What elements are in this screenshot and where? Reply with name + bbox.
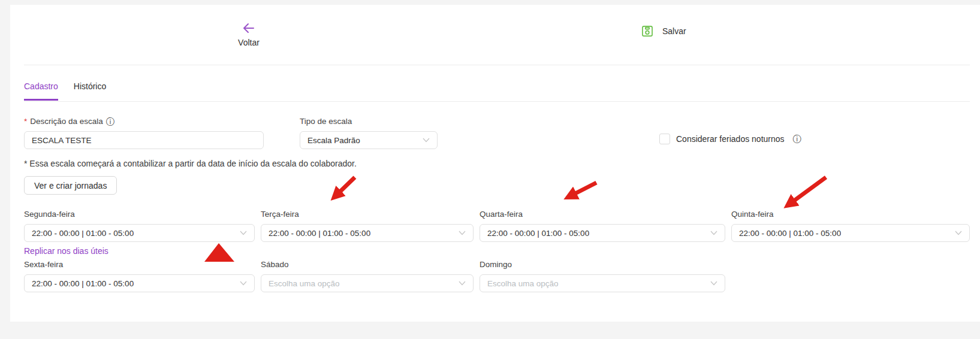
day-select-quarta[interactable]: 22:00 - 00:00 | 01:00 - 05:00 [480,224,725,242]
day-field-domingo: Domingo Escolha uma opção [480,259,725,292]
chevron-down-icon [240,231,247,235]
day-label: Terça-feira [261,209,474,219]
day-label: Domingo [480,259,725,270]
day-label: Quinta-feira [731,209,970,219]
chevron-down-icon [423,138,430,143]
type-label: Tipo de escala [300,116,438,126]
info-icon[interactable]: ⓘ [106,117,114,126]
tab-cadastro[interactable]: Cadastro [24,81,58,101]
header-divider [24,65,970,65]
day-label: Segunda-feira [24,209,255,219]
chevron-down-icon [459,231,466,235]
back-button-label: Voltar [238,38,260,47]
chevron-down-icon [710,231,717,235]
tab-historico[interactable]: Histórico [74,81,106,101]
type-select[interactable]: Escala Padrão [300,131,438,149]
day-select-quinta[interactable]: 22:00 - 00:00 | 01:00 - 05:00 [731,224,970,242]
description-input[interactable]: ESCALA TESTE [24,131,264,149]
description-label: * Descrição da escala ⓘ [24,116,264,126]
night-holidays-label: Considerar feriados noturnos [676,134,785,144]
day-field-terca: Terça-feira 22:00 - 00:00 | 01:00 - 05:0… [261,209,474,242]
chevron-down-icon [955,231,962,235]
day-label: Sábado [261,259,474,270]
day-select-sabado[interactable]: Escolha uma opção [261,274,474,292]
type-select-value: Escala Padrão [307,136,360,145]
back-button[interactable]: Voltar [225,21,273,48]
day-field-sexta: Sexta-feira 22:00 - 00:00 | 01:00 - 05:0… [24,259,255,292]
night-holidays-checkbox[interactable] [659,134,670,144]
day-field-segunda: Segunda-feira 22:00 - 00:00 | 01:00 - 05… [24,209,255,242]
required-asterisk: * [24,116,27,126]
info-icon[interactable]: ⓘ [793,135,801,143]
day-select-terca[interactable]: 22:00 - 00:00 | 01:00 - 05:00 [261,224,474,242]
weekday-selects-grid: Segunda-feira 22:00 - 00:00 | 01:00 - 05… [24,209,970,292]
day-label: Sexta-feira [24,259,255,270]
day-select-sexta[interactable]: 22:00 - 00:00 | 01:00 - 05:00 [24,274,255,292]
replicate-weekdays-link-row: Replicar nos dias úteis [24,246,970,256]
day-field-quinta: Quinta-feira 22:00 - 00:00 | 01:00 - 05:… [731,209,970,242]
day-select-segunda[interactable]: 22:00 - 00:00 | 01:00 - 05:00 [24,224,255,242]
schedule-start-note: * Essa escala começará a contabilizar a … [24,159,970,169]
save-floppy-icon [641,25,654,38]
save-button[interactable]: Salvar [641,25,686,38]
night-holidays-checkbox-group: Considerar feriados noturnos ⓘ [659,134,801,144]
tab-bar: Cadastro Histórico [24,81,106,101]
day-label: Quarta-feira [480,209,725,219]
chevron-down-icon [710,281,717,286]
arrow-left-icon [242,21,256,35]
save-button-label: Salvar [662,26,686,36]
day-field-quarta: Quarta-feira 22:00 - 00:00 | 01:00 - 05:… [480,209,725,242]
view-create-journeys-button[interactable]: Ver e criar jornadas [24,176,117,195]
cadastro-form: * Descrição da escala ⓘ ESCALA TESTE Tip… [10,102,980,292]
chevron-down-icon [459,281,466,286]
main-card: Voltar Salvar Cadastro Histórico * Descr… [10,5,980,322]
description-input-value: ESCALA TESTE [32,136,92,145]
day-select-domingo[interactable]: Escolha uma opção [480,274,725,292]
chevron-down-icon [240,281,247,286]
replicate-weekdays-link[interactable]: Replicar nos dias úteis [24,246,108,256]
day-field-sabado: Sábado Escolha uma opção [261,259,474,292]
